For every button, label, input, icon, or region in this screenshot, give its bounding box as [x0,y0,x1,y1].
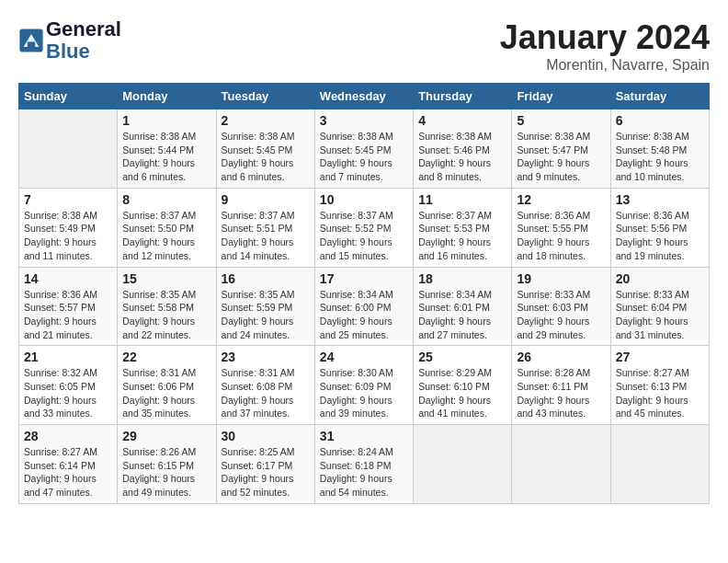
day-number: 21 [24,350,112,364]
day-info: Sunrise: 8:33 AM Sunset: 6:04 PM Dayligh… [616,288,704,342]
weekday-header-saturday: Saturday [610,84,709,109]
day-info: Sunrise: 8:27 AM Sunset: 6:13 PM Dayligh… [616,366,704,420]
day-number: 9 [222,192,310,207]
calendar-cell: 8Sunrise: 8:37 AM Sunset: 5:50 PM Daylig… [118,188,216,267]
day-info: Sunrise: 8:32 AM Sunset: 6:05 PM Dayligh… [24,366,112,420]
day-info: Sunrise: 8:34 AM Sunset: 6:00 PM Dayligh… [320,288,408,342]
calendar-cell: 21Sunrise: 8:32 AM Sunset: 6:05 PM Dayli… [19,346,118,425]
day-number: 16 [222,271,310,286]
day-info: Sunrise: 8:36 AM Sunset: 5:56 PM Dayligh… [616,209,704,263]
day-number: 12 [517,192,605,207]
day-number: 31 [320,429,408,443]
calendar-week-row: 1Sunrise: 8:38 AM Sunset: 5:44 PM Daylig… [19,109,710,189]
calendar-cell: 12Sunrise: 8:36 AM Sunset: 5:55 PM Dayli… [512,188,610,267]
title-block: January 2024 Morentin, Navarre, Spain [500,18,710,74]
day-info: Sunrise: 8:38 AM Sunset: 5:46 PM Dayligh… [418,130,506,184]
calendar-week-row: 7Sunrise: 8:38 AM Sunset: 5:49 PM Daylig… [19,188,710,267]
day-number: 8 [122,192,210,207]
day-number: 13 [616,192,704,207]
day-info: Sunrise: 8:29 AM Sunset: 6:10 PM Dayligh… [418,366,506,420]
calendar-cell: 17Sunrise: 8:34 AM Sunset: 6:00 PM Dayli… [314,267,413,346]
weekday-header-wednesday: Wednesday [314,84,413,109]
day-number: 6 [616,113,704,128]
svg-rect-2 [28,42,35,48]
calendar-cell: 3Sunrise: 8:38 AM Sunset: 5:45 PM Daylig… [314,109,413,189]
weekday-header-thursday: Thursday [414,84,512,109]
calendar-cell: 20Sunrise: 8:33 AM Sunset: 6:04 PM Dayli… [610,267,709,346]
day-info: Sunrise: 8:24 AM Sunset: 6:18 PM Dayligh… [320,445,408,500]
weekday-header-row: SundayMondayTuesdayWednesdayThursdayFrid… [19,84,710,109]
day-number: 5 [517,113,605,128]
day-info: Sunrise: 8:38 AM Sunset: 5:48 PM Dayligh… [616,130,704,184]
day-number: 26 [517,350,605,364]
logo-icon [18,28,44,53]
calendar-cell: 26Sunrise: 8:28 AM Sunset: 6:11 PM Dayli… [512,346,610,425]
day-info: Sunrise: 8:38 AM Sunset: 5:44 PM Dayligh… [122,130,210,184]
calendar-cell: 23Sunrise: 8:31 AM Sunset: 6:08 PM Dayli… [216,346,314,425]
calendar-cell: 30Sunrise: 8:25 AM Sunset: 6:17 PM Dayli… [216,425,314,504]
day-number: 23 [222,350,310,364]
calendar-cell: 9Sunrise: 8:37 AM Sunset: 5:51 PM Daylig… [216,188,314,267]
day-info: Sunrise: 8:31 AM Sunset: 6:06 PM Dayligh… [122,366,210,420]
day-number: 1 [122,113,210,128]
day-info: Sunrise: 8:38 AM Sunset: 5:45 PM Dayligh… [320,130,408,184]
day-number: 30 [222,429,310,443]
day-info: Sunrise: 8:38 AM Sunset: 5:45 PM Dayligh… [222,130,310,184]
logo: General Blue [18,18,121,63]
day-number: 20 [616,271,704,286]
calendar-cell [512,425,610,504]
calendar-cell: 28Sunrise: 8:27 AM Sunset: 6:14 PM Dayli… [19,425,118,504]
calendar-cell: 11Sunrise: 8:37 AM Sunset: 5:53 PM Dayli… [414,188,512,267]
calendar-cell: 2Sunrise: 8:38 AM Sunset: 5:45 PM Daylig… [216,109,314,189]
day-number: 11 [418,192,506,207]
logo-line2: Blue [46,40,121,63]
day-info: Sunrise: 8:38 AM Sunset: 5:47 PM Dayligh… [517,130,605,184]
day-number: 18 [418,271,506,286]
weekday-header-monday: Monday [118,84,216,109]
calendar-cell: 24Sunrise: 8:30 AM Sunset: 6:09 PM Dayli… [314,346,413,425]
calendar-cell: 19Sunrise: 8:33 AM Sunset: 6:03 PM Dayli… [512,267,610,346]
day-number: 17 [320,271,408,286]
day-info: Sunrise: 8:37 AM Sunset: 5:51 PM Dayligh… [222,209,310,263]
calendar-cell: 13Sunrise: 8:36 AM Sunset: 5:56 PM Dayli… [610,188,709,267]
calendar-cell: 16Sunrise: 8:35 AM Sunset: 5:59 PM Dayli… [216,267,314,346]
calendar-cell [414,425,512,504]
day-info: Sunrise: 8:38 AM Sunset: 5:49 PM Dayligh… [24,209,112,263]
calendar-cell [19,109,118,189]
weekday-header-friday: Friday [512,84,610,109]
day-number: 2 [222,113,310,128]
day-info: Sunrise: 8:35 AM Sunset: 5:59 PM Dayligh… [222,288,310,342]
day-info: Sunrise: 8:26 AM Sunset: 6:15 PM Dayligh… [122,445,210,500]
calendar-table: SundayMondayTuesdayWednesdayThursdayFrid… [18,83,710,504]
calendar-cell: 25Sunrise: 8:29 AM Sunset: 6:10 PM Dayli… [414,346,512,425]
day-number: 25 [418,350,506,364]
day-info: Sunrise: 8:36 AM Sunset: 5:57 PM Dayligh… [24,288,112,342]
day-number: 27 [616,350,704,364]
calendar-cell: 29Sunrise: 8:26 AM Sunset: 6:15 PM Dayli… [118,425,216,504]
header: General Blue January 2024 Morentin, Nava… [18,18,710,74]
calendar-cell: 22Sunrise: 8:31 AM Sunset: 6:06 PM Dayli… [118,346,216,425]
calendar-cell: 1Sunrise: 8:38 AM Sunset: 5:44 PM Daylig… [118,109,216,189]
calendar-cell: 27Sunrise: 8:27 AM Sunset: 6:13 PM Dayli… [610,346,709,425]
day-info: Sunrise: 8:25 AM Sunset: 6:17 PM Dayligh… [222,445,310,500]
day-info: Sunrise: 8:27 AM Sunset: 6:14 PM Dayligh… [24,445,112,500]
day-number: 4 [418,113,506,128]
day-info: Sunrise: 8:31 AM Sunset: 6:08 PM Dayligh… [222,366,310,420]
day-number: 15 [122,271,210,286]
calendar-cell: 18Sunrise: 8:34 AM Sunset: 6:01 PM Dayli… [414,267,512,346]
day-info: Sunrise: 8:34 AM Sunset: 6:01 PM Dayligh… [418,288,506,342]
day-number: 22 [122,350,210,364]
calendar-cell: 10Sunrise: 8:37 AM Sunset: 5:52 PM Dayli… [314,188,413,267]
day-number: 3 [320,113,408,128]
day-number: 28 [24,429,112,443]
day-number: 29 [122,429,210,443]
day-info: Sunrise: 8:33 AM Sunset: 6:03 PM Dayligh… [517,288,605,342]
day-info: Sunrise: 8:37 AM Sunset: 5:52 PM Dayligh… [320,209,408,263]
day-number: 14 [24,271,112,286]
calendar-cell [610,425,709,504]
calendar-cell: 31Sunrise: 8:24 AM Sunset: 6:18 PM Dayli… [314,425,413,504]
calendar-week-row: 21Sunrise: 8:32 AM Sunset: 6:05 PM Dayli… [19,346,710,425]
day-number: 7 [24,192,112,207]
day-info: Sunrise: 8:37 AM Sunset: 5:53 PM Dayligh… [418,209,506,263]
weekday-header-sunday: Sunday [19,84,118,109]
